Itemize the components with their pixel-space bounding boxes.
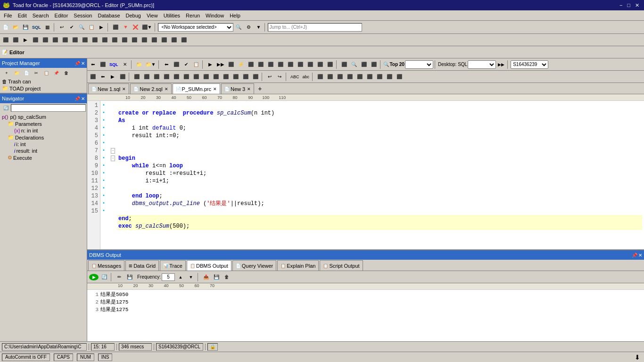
fold-while-icon[interactable]: - [111,156,115,161]
fold-begin-icon[interactable]: - [111,148,115,154]
sidebar-pin-icon[interactable]: 📌 [74,61,80,66]
top20-select[interactable] [405,60,433,69]
tab-close-new2[interactable]: ✕ [165,87,168,91]
ed-tb1-12[interactable]: ⬛ [226,60,236,69]
ed-tb1-15[interactable]: ⬛ [256,60,265,69]
tb2-btn13[interactable]: ⬛ [120,35,129,45]
sidebar-close-icon[interactable]: ✕ [81,61,85,66]
maximize-button[interactable]: □ [625,2,632,8]
ed-tb1-23[interactable]: ⬛ [339,60,349,69]
nav-var-i-item[interactable]: i i: int [1,141,86,148]
add-tab-btn[interactable]: + [255,83,264,94]
nav-param-n-item[interactable]: {x} n: in int [1,127,86,134]
tb2-btn17[interactable]: ⬛ [159,35,169,45]
tb2-btn3[interactable]: ▶ [21,35,30,45]
tb2-btn4[interactable]: ⬛ [31,35,40,45]
desktop-arrow-btn[interactable]: ▶▶ [496,60,506,69]
menu-help[interactable]: Help [227,12,243,19]
sidebar-item-toad-project[interactable]: 📁 TOAD project [1,85,86,92]
close-button[interactable]: ✕ [633,2,641,8]
dbms-tab-explainplan[interactable]: 📋 Explain Plan [277,260,319,271]
ed-tb2-abc2[interactable]: abc [301,72,311,82]
new-btn[interactable]: 📄 [1,23,10,32]
delete-btn[interactable]: 🗑 [61,69,71,77]
workspace-select[interactable]: <No Workspace selected> [158,23,233,32]
tb2-btn10[interactable]: ⬛ [90,35,99,45]
dbms-tab-dbmsoutput[interactable]: 📋 DBMS Output [187,260,231,271]
ed-tb1-19[interactable]: ⬛ [296,60,305,69]
ed-tb2-17[interactable]: ⬛ [251,72,260,82]
menu-window[interactable]: Window [203,12,227,19]
tb2-btn1[interactable]: ⬛ [1,35,10,45]
ed-tb2-15[interactable]: ⬛ [231,72,240,82]
ed-tb2-14[interactable]: ⬛ [221,72,231,82]
tab-close-new1[interactable]: ✕ [122,87,126,91]
ed-tb1-2[interactable]: ⬛ [98,60,107,69]
code-editor[interactable]: 123456789101112131415 ••••••••••••••• - … [87,101,644,249]
ed-tb2-28[interactable]: ⬛ [395,72,404,82]
ed-tb2-24[interactable]: ⬛ [355,72,364,82]
ed-tb1-20[interactable]: ⬛ [305,60,315,69]
menu-search[interactable]: Search [30,12,52,19]
ed-tb2-21[interactable]: ⬛ [325,72,335,82]
dbms-tab-scriptoutput[interactable]: 📋 Script Output [320,260,363,271]
ed-tb2-27[interactable]: ⬛ [385,72,394,82]
tb-btn4[interactable]: 🔍 [77,23,86,32]
dbms-tab-queryviewer[interactable]: 📄 Query Viewer [232,260,276,271]
tb2-btn18[interactable]: ⬛ [169,35,179,45]
dbms-refresh-btn[interactable]: 🔄 [99,272,109,282]
jump-to-input[interactable] [268,23,362,32]
dbms-tab-trace[interactable]: 📊 Trace [160,260,186,271]
tab-close-new3[interactable]: ✕ [247,87,251,91]
ed-tb1-17[interactable]: ⬛ [276,60,285,69]
dbms-clear-btn[interactable]: 🗑 [222,272,231,282]
ed-tb1-22[interactable]: ⬛ [325,60,335,69]
ed-tb2-2[interactable]: ⬅ [98,72,107,82]
tb2-btn11[interactable]: ⬛ [100,35,109,45]
tb-btn7[interactable]: ⬛ [111,23,120,32]
menu-view[interactable]: View [144,12,161,19]
ed-tb1-16[interactable]: ⬛ [266,60,275,69]
user-select[interactable]: S16436239 [511,60,548,69]
nav-filter-input[interactable] [11,104,86,112]
frequency-input[interactable] [162,273,175,281]
tab-psumn[interactable]: 📄 P_SUMn.prc ✕ [173,83,220,94]
dbms-run-btn[interactable]: ▶ [89,274,99,280]
ed-tb2-4[interactable]: ⬛ [118,72,127,82]
nav-var-result-item[interactable]: i result: int [1,148,86,154]
ed-tb1-25[interactable]: ⬛ [369,60,379,69]
menu-file[interactable]: File [1,12,15,19]
tb2-btn8[interactable]: ⬛ [70,35,80,45]
ed-tb2-9[interactable]: ⬛ [172,72,181,82]
tab-close-psumn[interactable]: ✕ [213,87,217,91]
folder-btn[interactable]: 📁 [12,69,21,77]
ed-tb1-sql[interactable]: SQL [108,60,120,69]
nav-pin-icon[interactable]: 📌 [74,96,80,101]
ed-tb2-19[interactable]: ↪ [275,72,284,82]
dbms-edit-btn[interactable]: ✏ [115,272,124,282]
code-text[interactable]: create or replace procedure sp_calcSum(n… [116,101,644,249]
ws-btn3[interactable]: ▼ [254,23,263,32]
ed-tb2-3[interactable]: ▶ [108,72,117,82]
tb-btn10[interactable]: ⬛▼ [140,23,154,32]
new-file-btn[interactable]: 📄 [22,69,31,77]
nav-proc-item[interactable]: p() p() sp_calcSum [1,114,86,120]
ed-tb2-5[interactable]: ⬛ [132,72,141,82]
copy-btn[interactable]: 📋 [41,69,51,77]
nav-close-icon[interactable]: ✕ [81,96,85,101]
ed-tb1-7[interactable]: ⬛ [172,60,181,69]
ed-tb2-13[interactable]: ⬛ [211,72,221,82]
nav-execute-item[interactable]: ⚙ Execute [1,154,86,161]
ed-tb2-16[interactable]: ⬛ [241,72,250,82]
tb2-btn15[interactable]: ⬛ [140,35,149,45]
nav-params-item[interactable]: 📁 Parameters [1,120,86,127]
tb2-btn2[interactable]: ⬛ [11,35,20,45]
ed-tb1-21[interactable]: ⬛ [315,60,325,69]
tb2-btn7[interactable]: ⬛ [60,35,70,45]
nav-declarations-item[interactable]: 📁 Declarations [1,134,86,141]
ed-tb2-23[interactable]: ⬛ [345,72,355,82]
save-btn[interactable]: 💾 [21,23,30,32]
tb-btn2[interactable]: ↩ [57,23,66,32]
dbms-tab-datagrid[interactable]: ⊞ Data Grid [125,260,159,271]
tab-new2sql[interactable]: 📄 New 2.sql ✕ [130,83,171,94]
